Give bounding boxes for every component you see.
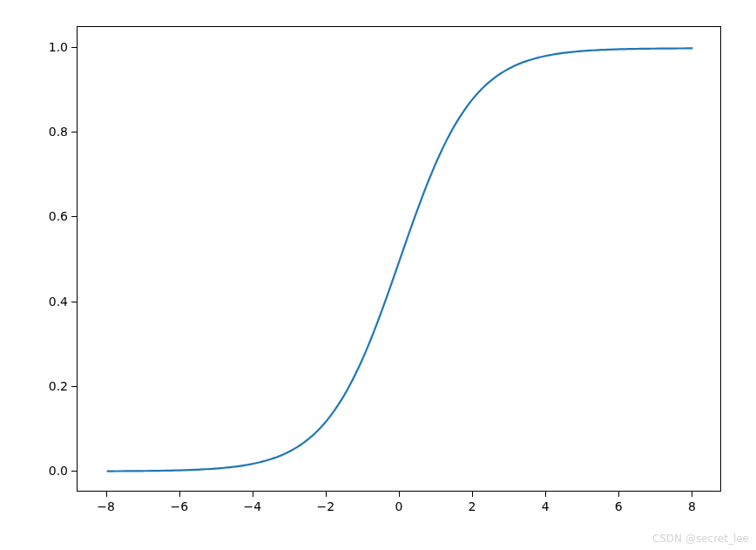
plot-area <box>77 26 721 492</box>
watermark-text: CSDN @secret_lee <box>652 533 749 545</box>
y-tick-label: 0.4 <box>49 295 68 309</box>
x-tick-mark <box>545 492 546 497</box>
y-tick-label: 0.0 <box>49 464 68 478</box>
x-tick-label: −2 <box>317 499 335 513</box>
chart-figure: CSDN @secret_lee −8−6−4−2024680.00.20.40… <box>0 0 756 550</box>
y-tick-mark <box>71 386 77 387</box>
x-tick-mark <box>106 492 107 497</box>
x-tick-mark <box>399 492 400 497</box>
x-tick-mark <box>179 492 180 497</box>
x-tick-mark <box>253 492 253 497</box>
y-tick-label: 0.2 <box>49 379 68 393</box>
x-tick-mark <box>472 492 473 497</box>
y-tick-label: 0.8 <box>49 125 68 139</box>
y-tick-mark <box>71 47 77 48</box>
x-tick-label: 2 <box>469 499 476 513</box>
x-tick-label: 4 <box>542 499 550 513</box>
sigmoid-line <box>107 48 693 471</box>
x-tick-label: −4 <box>243 499 261 513</box>
x-tick-label: 6 <box>615 499 623 513</box>
y-tick-label: 1.0 <box>49 40 68 54</box>
x-tick-label: 8 <box>688 499 696 513</box>
y-tick-mark <box>71 302 77 302</box>
line-curve <box>78 27 722 492</box>
x-tick-mark <box>692 492 692 497</box>
y-tick-mark <box>71 471 77 472</box>
y-tick-mark <box>71 216 77 217</box>
y-tick-mark <box>71 132 77 132</box>
x-tick-label: 0 <box>395 499 403 513</box>
y-tick-label: 0.6 <box>49 209 68 223</box>
x-tick-label: −8 <box>97 499 115 513</box>
x-tick-mark <box>618 492 619 497</box>
x-tick-label: −6 <box>170 499 188 513</box>
x-tick-mark <box>326 492 327 497</box>
